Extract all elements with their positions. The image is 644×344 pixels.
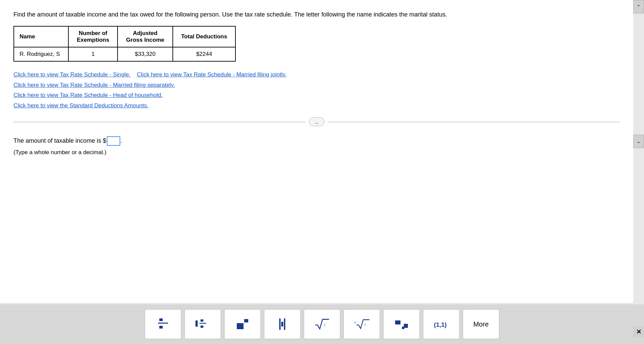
scroll-up-button[interactable]: ⌃ [633, 0, 644, 13]
col-header-exemptions: Number of Exemptions [68, 26, 118, 47]
mixed-fraction-button[interactable] [184, 309, 221, 339]
fraction-button[interactable] [144, 309, 182, 339]
answer-prefix: The amount of taxable income is $ [13, 137, 106, 144]
divider-line-left [13, 122, 305, 122]
point-notation-button[interactable]: (1,1) [423, 309, 460, 339]
nth-root-button[interactable]: n i [343, 309, 380, 339]
col-header-name: Name [14, 26, 68, 47]
svg-rect-11 [281, 322, 283, 326]
svg-rect-4 [200, 319, 203, 322]
answer-suffix: . [120, 137, 122, 144]
cell-name: R. Rodriguez, S [14, 47, 68, 61]
absolute-value-icon [274, 316, 291, 333]
svg-text:(1,1): (1,1) [434, 321, 447, 328]
cell-deductions: $2244 [173, 47, 236, 61]
svg-rect-7 [237, 323, 244, 329]
main-content: Find the amount of taxable income and th… [0, 0, 633, 303]
superscript-icon [234, 316, 251, 333]
more-label: More [473, 320, 489, 328]
col-header-deductions: Total Deductions [173, 26, 236, 47]
link-married-separately[interactable]: Click here to view Tax Rate Schedule - M… [13, 82, 175, 88]
svg-rect-3 [195, 320, 198, 326]
nth-root-icon: n i [353, 316, 370, 333]
taxable-income-input[interactable] [107, 136, 120, 146]
svg-rect-17 [395, 320, 400, 324]
link-head-of-household[interactable]: Click here to view Tax Rate Schedule - H… [13, 92, 163, 98]
superscript-button[interactable] [224, 309, 261, 339]
svg-rect-19 [404, 324, 408, 328]
point-notation-icon: (1,1) [433, 316, 450, 333]
link-standard-deductions[interactable]: Click here to view the Standard Deductio… [13, 102, 149, 109]
decimal-dot-icon [393, 316, 410, 333]
math-toolbar: i n i (1,1) More [0, 304, 644, 344]
mixed-fraction-icon [194, 316, 211, 333]
cell-exemptions: 1 [68, 47, 118, 61]
fraction-icon [155, 316, 171, 333]
svg-rect-8 [244, 319, 248, 322]
svg-text:n: n [354, 321, 356, 324]
link-single[interactable]: Click here to view Tax Rate Schedule - S… [13, 71, 130, 78]
problem-description: Find the amount of taxable income and th… [13, 10, 620, 19]
more-button[interactable]: More [462, 309, 500, 339]
divider-section: ... [13, 117, 620, 126]
hint-text: (Type a whole number or a decimal.) [13, 149, 620, 156]
absolute-value-button[interactable] [264, 309, 301, 339]
tax-data-table: Name Number of Exemptions Adjusted Gross… [13, 26, 236, 62]
svg-rect-0 [159, 318, 163, 321]
svg-rect-2 [159, 326, 163, 329]
table-row: R. Rodriguez, S 1 $33,320 $2244 [14, 47, 235, 61]
cell-gross-income: $33,320 [118, 47, 172, 61]
svg-text:i: i [324, 322, 325, 327]
scroll-down-button[interactable]: ⌄ [633, 135, 644, 148]
svg-text:i: i [365, 322, 366, 326]
link-married-jointly[interactable]: Click here to view Tax Rate Schedule - M… [137, 71, 286, 78]
answer-section: The amount of taxable income is $. [13, 136, 620, 146]
close-button[interactable]: ✕ [633, 326, 644, 337]
sqrt-button[interactable]: i [303, 309, 341, 339]
decimal-button[interactable] [383, 309, 420, 339]
sqrt-icon: i [314, 316, 330, 333]
links-section: Click here to view Tax Rate Schedule - S… [13, 70, 620, 111]
col-header-income: Adjusted Gross Income [118, 26, 172, 47]
svg-rect-6 [200, 325, 203, 328]
divider-line-right [328, 122, 620, 122]
expand-button[interactable]: ... [309, 117, 324, 126]
